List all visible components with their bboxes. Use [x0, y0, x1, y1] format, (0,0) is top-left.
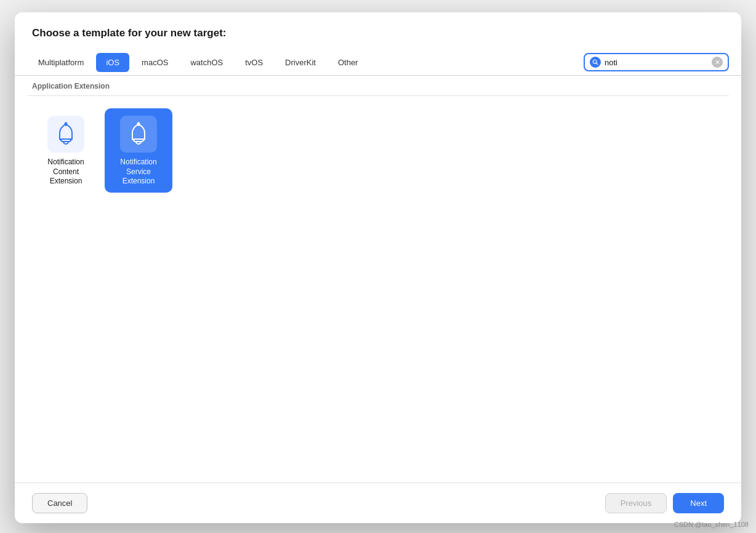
search-clear-button[interactable]: ✕	[712, 57, 723, 68]
template-chooser-dialog: Choose a template for your new target: M…	[15, 12, 741, 523]
tab-tvos[interactable]: tvOS	[235, 53, 273, 72]
dialog-header: Choose a template for your new target:	[15, 12, 741, 49]
svg-point-2	[65, 122, 68, 126]
cancel-button[interactable]: Cancel	[32, 493, 87, 513]
tab-driverkit[interactable]: DriverKit	[275, 53, 326, 72]
content-area: Application Extension Notification Conte…	[15, 76, 741, 483]
tab-multiplatform[interactable]: Multiplatform	[28, 53, 94, 72]
section-header: Application Extension	[27, 76, 729, 96]
tab-macos[interactable]: macOS	[132, 53, 178, 72]
template-notification-content[interactable]: Notification Content Extension	[32, 108, 100, 193]
template-label: Notification Content Extension	[37, 158, 95, 186]
watermark: CSDN @tao_shen_1108	[674, 521, 749, 528]
dialog-title: Choose a template for your new target:	[32, 27, 227, 39]
search-input[interactable]	[605, 58, 708, 67]
template-notification-service[interactable]: Notification Service Extension	[105, 108, 172, 193]
template-label-selected: Notification Service Extension	[110, 158, 167, 186]
template-icon-wrapper	[47, 116, 84, 153]
search-icon	[590, 57, 601, 68]
templates-grid: Notification Content Extension Notificat…	[27, 103, 729, 198]
template-icon-wrapper-selected	[120, 116, 157, 153]
tab-watchos[interactable]: watchOS	[180, 53, 233, 72]
tab-ios[interactable]: iOS	[96, 53, 129, 72]
footer-right: Previous Next	[605, 493, 724, 513]
tab-other[interactable]: Other	[328, 53, 368, 72]
search-container: ✕	[584, 53, 729, 71]
tabs-bar: Multiplatform iOS macOS watchOS tvOS Dri…	[15, 49, 741, 76]
previous-button[interactable]: Previous	[605, 493, 667, 513]
dialog-footer: Cancel Previous Next	[15, 483, 741, 523]
next-button[interactable]: Next	[673, 493, 724, 513]
svg-line-1	[597, 63, 598, 65]
svg-point-4	[137, 122, 140, 126]
platform-tabs: Multiplatform iOS macOS watchOS tvOS Dri…	[27, 50, 584, 74]
